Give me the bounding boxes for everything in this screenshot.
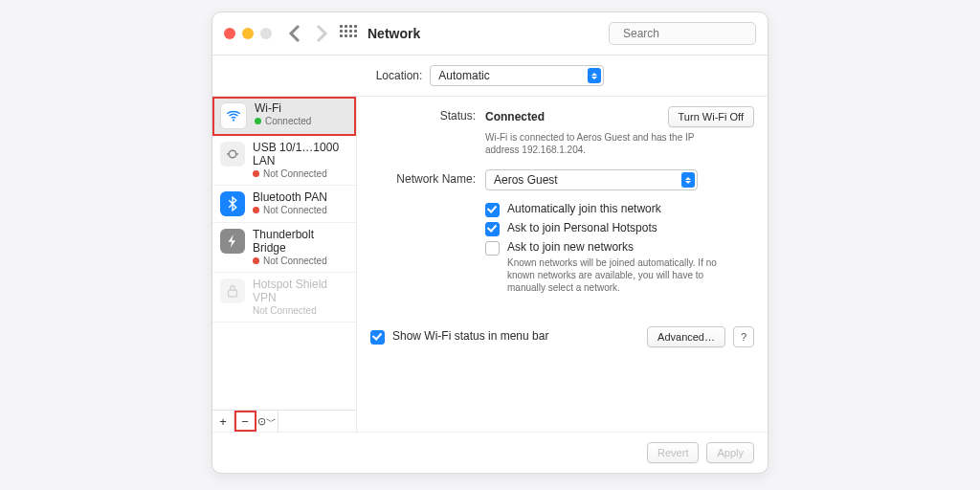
location-select[interactable]: Automatic xyxy=(430,65,604,86)
status-dot-red xyxy=(253,170,259,177)
network-name-value: Aeros Guest xyxy=(494,173,558,187)
location-row: Location: Automatic xyxy=(212,56,768,97)
search-field[interactable] xyxy=(609,22,756,45)
svg-rect-3 xyxy=(229,290,237,297)
status-detail: Wi-Fi is connected to Aeros Guest and ha… xyxy=(485,131,705,156)
status-value: Connected xyxy=(485,110,545,123)
ethernet-icon xyxy=(220,142,245,167)
menu-bar-checkbox[interactable] xyxy=(370,330,385,345)
auto-join-checkbox[interactable] xyxy=(485,203,500,217)
bluetooth-icon xyxy=(220,191,245,216)
service-wifi[interactable]: Wi-Fi Connected xyxy=(212,97,356,136)
turn-wifi-off-button[interactable]: Turn Wi-Fi Off xyxy=(668,106,754,127)
service-thunderbolt[interactable]: Thunderbolt Bridge Not Connected xyxy=(212,223,356,273)
window-controls xyxy=(224,28,272,39)
service-name: Hotspot Shield VPN xyxy=(253,278,348,305)
help-button[interactable]: ? xyxy=(733,326,754,347)
auto-join-label: Automatically join this network xyxy=(507,202,661,215)
service-name: Thunderbolt Bridge xyxy=(253,229,348,256)
show-all-button[interactable] xyxy=(339,25,358,42)
service-vpn[interactable]: Hotspot Shield VPN Not Connected xyxy=(212,273,356,323)
location-label: Location: xyxy=(376,69,423,82)
zoom-window-button[interactable] xyxy=(260,28,272,39)
network-name-label: Network Name: xyxy=(370,169,485,186)
status-label: Status: xyxy=(370,106,485,122)
ask-new-checkbox[interactable] xyxy=(485,241,500,256)
status-dot-green xyxy=(255,118,261,124)
chevron-updown-icon xyxy=(588,68,601,83)
network-prefpane: Network Location: Automatic Wi-Fi Connec… xyxy=(212,11,768,474)
lock-icon xyxy=(220,278,245,303)
main-panel: Status: Connected Turn Wi-Fi Off Wi-Fi i… xyxy=(357,97,768,432)
status-dot-red xyxy=(253,207,259,213)
pane-title: Network xyxy=(368,26,420,41)
service-name: USB 10/1…1000 LAN xyxy=(253,142,348,168)
search-input[interactable] xyxy=(621,26,768,41)
advanced-button[interactable]: Advanced… xyxy=(647,326,725,347)
minimize-window-button[interactable] xyxy=(242,28,254,39)
ask-new-detail: Known networks will be joined automatica… xyxy=(507,256,727,294)
svg-point-1 xyxy=(233,119,234,121)
wifi-icon xyxy=(220,102,247,129)
service-usb-lan[interactable]: USB 10/1…1000 LAN Not Connected xyxy=(212,136,356,186)
grid-icon xyxy=(340,25,357,42)
service-name: Wi-Fi xyxy=(255,102,311,116)
ask-hotspot-label: Ask to join Personal Hotspots xyxy=(507,221,657,234)
chevron-updown-icon xyxy=(681,172,695,188)
forward-button[interactable] xyxy=(310,25,329,42)
service-name: Bluetooth PAN xyxy=(253,191,327,205)
close-window-button[interactable] xyxy=(224,28,235,39)
nav-buttons xyxy=(287,25,329,42)
revert-button[interactable]: Revert xyxy=(647,442,699,463)
thunderbolt-icon xyxy=(220,229,245,254)
service-actions-menu[interactable]: ⊙﹀ xyxy=(256,411,278,432)
footer: Revert Apply xyxy=(212,432,768,473)
ask-hotspot-checkbox[interactable] xyxy=(485,222,500,236)
sidebar-footer: + − ⊙﹀ xyxy=(212,410,356,432)
location-value: Automatic xyxy=(438,69,489,82)
apply-button[interactable]: Apply xyxy=(706,442,754,463)
add-service-button[interactable]: + xyxy=(212,411,234,432)
service-bluetooth-pan[interactable]: Bluetooth PAN Not Connected xyxy=(212,186,356,223)
toolbar: Network xyxy=(212,12,768,56)
back-button[interactable] xyxy=(287,25,306,42)
status-dot-red xyxy=(253,257,259,264)
service-sidebar: Wi-Fi Connected USB 10/1…1000 LAN Not Co… xyxy=(212,97,357,432)
body: Wi-Fi Connected USB 10/1…1000 LAN Not Co… xyxy=(212,97,768,432)
ask-new-label: Ask to join new networks xyxy=(507,240,727,254)
network-name-select[interactable]: Aeros Guest xyxy=(485,169,698,190)
remove-service-button[interactable]: − xyxy=(234,411,256,432)
menu-bar-label: Show Wi-Fi status in menu bar xyxy=(392,329,548,343)
svg-point-2 xyxy=(229,150,236,158)
